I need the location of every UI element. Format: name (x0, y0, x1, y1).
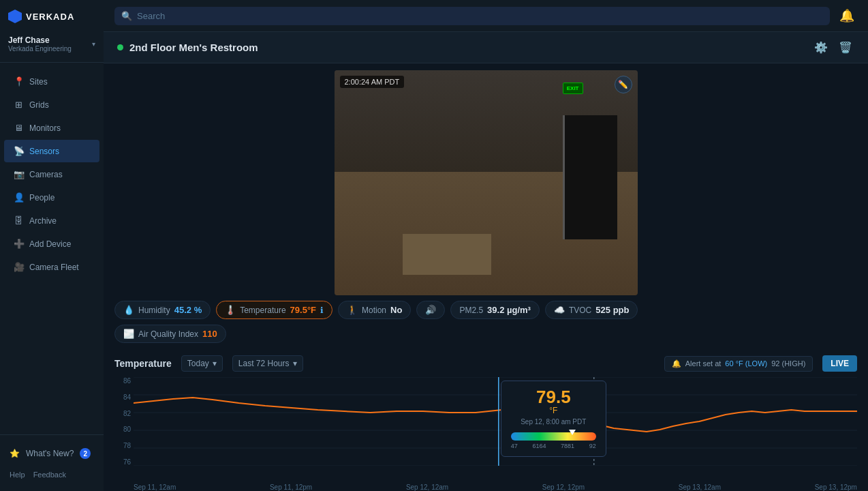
aqi-icon: 🌫️ (123, 329, 134, 339)
tooltip-date: Sep 12, 8:00 am PDT (511, 418, 596, 426)
device-title-wrap: 2nd Floor Men's Restroom (117, 42, 258, 53)
settings-button[interactable]: ⚙️ (812, 39, 830, 56)
help-link[interactable]: Help (10, 471, 25, 479)
humidity-icon: 💧 (123, 305, 134, 315)
verkada-logo-icon (8, 10, 22, 23)
sidebar: VERKADA Jeff Chase Verkada Engineering ▾… (0, 0, 104, 491)
cameras-icon: 📷 (14, 169, 23, 179)
search-input[interactable] (137, 11, 823, 21)
user-org: Verkada Engineering (8, 45, 72, 53)
star-icon: ⭐ (10, 449, 20, 458)
live-button[interactable]: LIVE (822, 355, 857, 372)
aqi-chip[interactable]: 🌫️ Air Quality Index 110 (114, 325, 226, 343)
camera-image: EXIT (335, 70, 638, 295)
user-name: Jeff Chase (8, 35, 72, 45)
metrics-bar-row1: 💧 Humidity 45.2 % 🌡️ Temperature 79.5°F … (104, 295, 868, 325)
aqi-label: Air Quality Index (138, 329, 198, 339)
status-dot (117, 44, 123, 50)
archive-icon: 🗄 (14, 215, 23, 226)
topbar: 🔍 🔔 (104, 0, 868, 32)
whats-new-badge: 2 (80, 448, 91, 459)
sidebar-item-grids[interactable]: ⊞ Grids (4, 93, 99, 116)
temperature-label: Temperature (240, 306, 285, 315)
chart-alert-badge: 🔔 Alert set at 60 °F (LOW) 92 (HIGH) (664, 356, 813, 372)
chart-y-labels: 86 84 82 80 78 76 (114, 377, 134, 466)
motion-icon: 🚶 (347, 305, 358, 315)
chart-header: Temperature Today ▾ Last 72 Hours ▾ 🔔 Al… (114, 355, 857, 372)
sidebar-item-sites[interactable]: 📍 Sites (4, 70, 99, 93)
chart-wrap: 86 84 82 80 78 76 (114, 377, 857, 481)
humidity-value: 45.2 % (174, 305, 202, 315)
camera-edit-button[interactable]: ✏️ (615, 76, 632, 93)
temperature-icon: 🌡️ (225, 305, 236, 315)
chart-title: Temperature (114, 358, 172, 369)
chart-tooltip: 79.5 °F Sep 12, 8:00 am PDT 47 6164 7881… (501, 381, 606, 457)
chart-section: Temperature Today ▾ Last 72 Hours ▾ 🔔 Al… (104, 348, 868, 491)
chart-filter-today[interactable]: Today ▾ (181, 355, 223, 372)
main-content: 🔍 🔔 2nd Floor Men's Restroom ⚙️ 🗑️ EXIT … (104, 0, 868, 491)
motion-label: Motion (362, 306, 386, 315)
aqi-value: 110 (202, 329, 217, 339)
sidebar-bottom: ⭐ What's New? 2 Help Feedback (0, 434, 104, 491)
sidebar-item-label-people: People (29, 193, 55, 203)
sidebar-item-label-monitors: Monitors (29, 123, 61, 133)
people-icon: 👤 (14, 192, 23, 203)
camera-timestamp: 2:00:24 AM PDT (340, 76, 405, 88)
sidebar-item-archive[interactable]: 🗄 Archive (4, 209, 99, 232)
sidebar-item-label-add-device: Add Device (29, 239, 71, 249)
exit-sign: EXIT (563, 83, 583, 94)
pm25-label: PM2.5 (459, 306, 483, 315)
search-icon: 🔍 (121, 11, 132, 21)
chart-filter-range[interactable]: Last 72 Hours ▾ (232, 355, 303, 372)
add-device-icon: ➕ (14, 239, 23, 249)
pm25-value: 39.2 µg/m³ (487, 305, 531, 315)
chevron-down-icon: ▾ (92, 40, 95, 48)
sound-chip[interactable]: 🔊 (416, 301, 445, 319)
room-door (563, 115, 617, 239)
sidebar-item-monitors[interactable]: 🖥 Monitors (4, 117, 99, 139)
sidebar-item-camera-fleet[interactable]: 🎥 Camera Fleet (4, 256, 99, 278)
room-furniture (403, 234, 491, 275)
sidebar-nav: 📍 Sites ⊞ Grids 🖥 Monitors 📡 Sensors 📷 C… (0, 63, 104, 434)
monitors-icon: 🖥 (14, 123, 23, 133)
feedback-link[interactable]: Feedback (33, 471, 66, 479)
alert-low-value: 60 °F (LOW) (725, 359, 767, 368)
sound-icon: 🔊 (425, 305, 436, 315)
sidebar-user[interactable]: Jeff Chase Verkada Engineering ▾ (0, 30, 104, 63)
sidebar-item-sensors[interactable]: 📡 Sensors (4, 140, 99, 162)
sidebar-item-people[interactable]: 👤 People (4, 186, 99, 209)
sidebar-item-add-device[interactable]: ➕ Add Device (4, 233, 99, 255)
device-header: 2nd Floor Men's Restroom ⚙️ 🗑️ (104, 32, 868, 63)
device-actions: ⚙️ 🗑️ (812, 39, 854, 56)
pm25-chip[interactable]: PM2.5 39.2 µg/m³ (450, 301, 540, 319)
camera-fleet-icon: 🎥 (14, 262, 23, 272)
sidebar-item-label-cameras: Cameras (29, 170, 63, 179)
alert-high-value: 92 (HIGH) (771, 359, 805, 368)
motion-chip[interactable]: 🚶 Motion No (338, 301, 411, 319)
sidebar-item-label-grids: Grids (29, 100, 49, 110)
humidity-label: Humidity (138, 306, 170, 315)
humidity-chip[interactable]: 💧 Humidity 45.2 % (114, 301, 211, 319)
temperature-chart (134, 377, 857, 466)
delete-button[interactable]: 🗑️ (837, 39, 854, 56)
sidebar-logo: VERKADA (0, 0, 104, 30)
notification-button[interactable]: 🔔 (837, 5, 857, 26)
whats-new-item[interactable]: ⭐ What's New? 2 (0, 442, 104, 465)
tvoc-value: 525 ppb (595, 305, 629, 315)
temperature-info-icon[interactable]: ℹ (320, 306, 324, 315)
temperature-chip[interactable]: 🌡️ Temperature 79.5°F ℹ (216, 301, 332, 319)
sidebar-logo-text: VERKADA (26, 12, 74, 22)
alert-label: Alert set at (685, 359, 722, 368)
search-bar[interactable]: 🔍 (114, 7, 830, 25)
tvoc-chip[interactable]: ☁️ TVOC 525 ppb (545, 301, 638, 319)
motion-value: No (390, 305, 402, 315)
tooltip-temperature: 79.5 (511, 388, 596, 406)
grids-icon: ⊞ (14, 100, 23, 110)
sensors-icon: 📡 (14, 146, 23, 156)
whats-new-label: What's New? (26, 449, 74, 458)
sidebar-item-cameras[interactable]: 📷 Cameras (4, 163, 99, 185)
tvoc-icon: ☁️ (554, 305, 565, 315)
tooltip-unit: °F (511, 406, 596, 415)
tvoc-label: TVOC (569, 306, 591, 315)
sidebar-item-label-archive: Archive (29, 216, 57, 226)
